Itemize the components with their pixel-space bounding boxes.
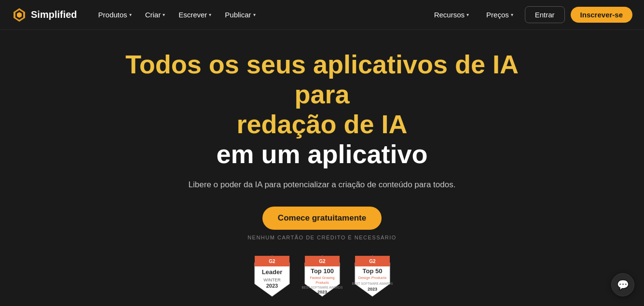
svg-text:G2: G2 — [319, 259, 326, 264]
badge-top50-icon: G2 Top 50 Design Products BEST SOFTWARE … — [351, 254, 394, 297]
navbar: Simplified Produtos ▾ Criar ▾ Escrever ▾… — [0, 0, 644, 30]
brand-name: Simplified — [31, 9, 77, 20]
hero-title-line2: redação de IA — [105, 109, 539, 139]
cta-button[interactable]: Comece gratuitamente — [262, 207, 382, 230]
hero-title-line3: em um aplicativo — [105, 139, 539, 169]
badge-leader-icon: G2 Leader WINTER 2023 — [251, 254, 293, 297]
chevron-down-icon: ▾ — [163, 12, 165, 17]
chat-bubble[interactable]: 💬 — [611, 273, 634, 296]
badge-leader: G2 Leader WINTER 2023 — [251, 254, 293, 297]
signup-button[interactable]: Inscrever-se — [571, 7, 632, 23]
hero-section: Todos os seus aplicativos de IA para red… — [0, 30, 644, 306]
logo-icon — [12, 7, 27, 23]
chevron-down-icon: ▾ — [129, 12, 132, 17]
svg-text:2023: 2023 — [266, 283, 277, 289]
navbar-left: Simplified Produtos ▾ Criar ▾ Escrever ▾… — [12, 7, 261, 23]
chevron-down-icon: ▾ — [511, 12, 513, 17]
badge-top100-icon: G2 Top 100 Fastest Growing Products BEST… — [301, 254, 343, 297]
nav-item-escrever[interactable]: Escrever ▾ — [173, 7, 217, 23]
svg-text:Design Products: Design Products — [358, 276, 386, 280]
svg-text:2023: 2023 — [367, 287, 377, 292]
nav-item-publicar[interactable]: Publicar ▾ — [219, 7, 261, 23]
svg-text:BEST SOFTWARE AWARDS: BEST SOFTWARE AWARDS — [301, 286, 343, 289]
hero-subtitle: Libere o poder da IA para potencializar … — [189, 179, 456, 191]
svg-text:Top 50: Top 50 — [362, 267, 382, 275]
nav-item-recursos[interactable]: Recursos ▾ — [428, 7, 475, 23]
nav-item-precos[interactable]: Preços ▾ — [480, 7, 519, 23]
svg-text:Leader: Leader — [261, 268, 282, 276]
login-button[interactable]: Entrar — [525, 6, 565, 23]
svg-text:G2: G2 — [269, 259, 275, 264]
svg-text:Fastest Growing: Fastest Growing — [310, 276, 334, 280]
svg-text:Products: Products — [315, 281, 329, 284]
hero-title: Todos os seus aplicativos de IA para red… — [105, 49, 539, 169]
navbar-right: Recursos ▾ Preços ▾ Entrar Inscrever-se — [428, 6, 632, 23]
badges-row: G2 Leader WINTER 2023 G2 Top 100 Fastest… — [251, 254, 394, 297]
svg-text:Top 100: Top 100 — [310, 267, 333, 275]
badge-top100: G2 Top 100 Fastest Growing Products BEST… — [301, 254, 343, 297]
no-card-text: NENHUM CARTÃO DE CRÉDITO É NECESSÁRIO — [247, 235, 397, 240]
chevron-down-icon: ▾ — [466, 12, 469, 17]
chevron-down-icon: ▾ — [209, 12, 211, 17]
nav-item-criar[interactable]: Criar ▾ — [139, 7, 171, 23]
chevron-down-icon: ▾ — [253, 12, 256, 17]
svg-text:WINTER: WINTER — [263, 278, 281, 282]
svg-text:G2: G2 — [369, 259, 376, 264]
logo[interactable]: Simplified — [12, 7, 77, 23]
svg-text:BEST SOFTWARE AWARDS: BEST SOFTWARE AWARDS — [352, 282, 393, 285]
nav-links-left: Produtos ▾ Criar ▾ Escrever ▾ Publicar ▾ — [93, 7, 261, 23]
svg-text:2023: 2023 — [317, 290, 327, 294]
chat-icon: 💬 — [617, 279, 629, 291]
badge-top50: G2 Top 50 Design Products BEST SOFTWARE … — [351, 254, 394, 297]
hero-title-line1: Todos os seus aplicativos de IA para — [105, 49, 539, 109]
nav-item-produtos[interactable]: Produtos ▾ — [93, 7, 137, 23]
